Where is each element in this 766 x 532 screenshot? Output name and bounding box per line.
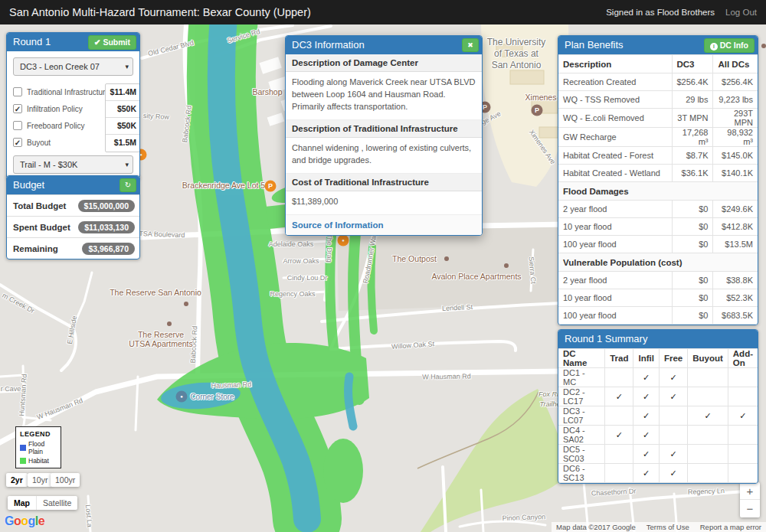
benefit-row: 2 year flood$0$38.8K bbox=[558, 272, 758, 289]
cost-value: $50K bbox=[106, 118, 139, 135]
round-panel-header: Round 1 ✔ Submit bbox=[7, 33, 139, 51]
map-legend: LEGEND Flood Plain Habitat bbox=[15, 426, 61, 468]
chevron-down-icon: ▾ bbox=[125, 58, 129, 75]
budget-row-remaining: Remaining $3,966,870 bbox=[7, 237, 139, 259]
spent-budget-badge: $11,033,130 bbox=[78, 221, 135, 233]
column-header: Buyout bbox=[688, 349, 728, 368]
google-logo: Google bbox=[5, 514, 44, 528]
column-header: Free bbox=[659, 349, 687, 368]
summary-row: DC2 - LC17✓✓✓ bbox=[558, 387, 758, 406]
signed-in-label: Signed in as Flood Brothers bbox=[606, 8, 715, 17]
buyout-checkbox[interactable] bbox=[13, 138, 22, 147]
benefit-row: 100 year flood$0$13.5M bbox=[558, 236, 758, 253]
section-heading: Cost of Traditional Infrastructure bbox=[286, 174, 482, 191]
chevron-down-icon: ▾ bbox=[125, 156, 129, 173]
benefit-row: 10 year flood$0$412.8K bbox=[558, 218, 758, 236]
source-of-information-link[interactable]: Source of Information bbox=[286, 215, 482, 235]
top-navbar: San Antonio Multi-Hazard Tournament: Bex… bbox=[0, 0, 766, 24]
basemap-control: Map Satellite bbox=[8, 496, 77, 510]
round-summary-panel: Round 1 Summary DC Name Trad Infil Free … bbox=[558, 329, 758, 484]
dc-info-button[interactable]: i DC Info bbox=[704, 38, 755, 53]
budget-row-spent: Spent Budget $11,033,130 bbox=[7, 216, 139, 237]
logout-link[interactable]: Log Out bbox=[725, 8, 757, 17]
zoom-in-button[interactable]: + bbox=[740, 482, 760, 500]
benefit-row: Recreation Created$256.4K$256.4K bbox=[558, 73, 758, 91]
app-window: Old Cedar BlvdService RdBabcock RdBabcoc… bbox=[0, 0, 766, 532]
cost-value: $1.5M bbox=[106, 135, 139, 152]
budget-panel-header: Budget ↻ bbox=[7, 176, 139, 194]
round-summary-header: Round 1 Summary bbox=[558, 330, 758, 348]
summary-row: DC3 - LC07✓✓✓ bbox=[558, 406, 758, 426]
app-title: San Antonio Multi-Hazard Tournament: Bex… bbox=[9, 6, 311, 18]
map-type-button[interactable]: Map bbox=[8, 496, 36, 510]
plan-benefits-title: Plan Benefits bbox=[565, 39, 624, 51]
summary-row: DC4 - SA02✓✓ bbox=[558, 426, 758, 445]
refresh-button[interactable]: ↻ bbox=[119, 178, 136, 192]
column-header: Infil bbox=[633, 349, 659, 368]
benefit-row: Habitat Created - Wetland$36.1K$140.1K bbox=[558, 165, 758, 182]
infiltration-checkbox[interactable] bbox=[13, 104, 22, 113]
freeboard-checkbox[interactable] bbox=[13, 121, 22, 130]
summary-row: DC5 - SC03✓✓ bbox=[558, 445, 758, 464]
benefit-row: 10 year flood$0$52.3K bbox=[558, 289, 758, 307]
close-icon: ✖ bbox=[467, 41, 473, 49]
check-icon: ✔ bbox=[94, 38, 101, 47]
budget-panel: Budget ↻ Total Budget $15,000,000 Spent … bbox=[6, 175, 140, 259]
column-header: DC Name bbox=[558, 349, 605, 368]
summary-row: DC6 - SC13✓✓ bbox=[558, 464, 758, 483]
section-heading: Description of Traditional Infrastructur… bbox=[286, 120, 482, 138]
damage-center-select[interactable]: DC3 - Leon Creek 07 ▾ bbox=[13, 57, 133, 76]
dc3-modal-title: DC3 Information bbox=[292, 39, 365, 51]
map-zoom-control: + − bbox=[740, 482, 760, 517]
benefit-row: Habitat Created - Forest$8.7K$145.0K bbox=[558, 147, 758, 165]
section-body: Channel widening , lowering of existing … bbox=[286, 138, 482, 174]
legend-title: LEGEND bbox=[20, 430, 57, 438]
summary-row: DC1 - MC✓✓ bbox=[558, 368, 758, 387]
close-button[interactable]: ✖ bbox=[462, 38, 479, 52]
round-summary-title: Round 1 Summary bbox=[565, 333, 647, 344]
satellite-type-button[interactable]: Satellite bbox=[36, 496, 77, 510]
cost-value: $50K bbox=[106, 101, 139, 118]
year-button-10yr[interactable]: 10yr bbox=[28, 473, 52, 487]
column-header: DC3 bbox=[672, 55, 713, 73]
section-body: $11,389,000 bbox=[286, 191, 482, 215]
section-body: Flooding along Maverick Creek near UTSA … bbox=[286, 72, 482, 120]
zoom-out-button[interactable]: − bbox=[740, 500, 760, 517]
dc3-info-modal: DC3 Information ✖ Description of Damage … bbox=[285, 35, 483, 236]
cost-value: $11.4M bbox=[106, 84, 139, 101]
info-icon: i bbox=[710, 43, 718, 51]
budget-panel-title: Budget bbox=[13, 179, 44, 191]
column-header: Add-On bbox=[728, 349, 758, 368]
section-heading: Description of Damage Center bbox=[286, 54, 482, 72]
plan-benefits-header: Plan Benefits i DC Info bbox=[558, 36, 758, 54]
round-summary-table: DC Name Trad Infil Free Buyout Add-On DC… bbox=[558, 348, 758, 483]
round-panel-title: Round 1 bbox=[13, 36, 51, 47]
benefit-row: 2 year flood$0$249.6K bbox=[558, 201, 758, 218]
column-header: Trad bbox=[605, 349, 633, 368]
traditional-checkbox[interactable] bbox=[13, 87, 22, 96]
report-map-error-link[interactable]: Report a map error bbox=[700, 523, 761, 531]
legend-item-habitat: Habitat bbox=[20, 457, 57, 465]
addon-select[interactable]: Trail - M - $30K ▾ bbox=[13, 155, 133, 174]
round-panel: Round 1 ✔ Submit DC3 - Leon Creek 07 ▾ T… bbox=[6, 32, 140, 179]
benefit-row: WQ - TSS Removed29 lbs9,223 lbs bbox=[558, 91, 758, 109]
benefit-row: 100 year flood$0$683.5K bbox=[558, 307, 758, 325]
benefit-section-row: Flood Damages bbox=[558, 182, 758, 201]
option-cost-box: $11.4M $50K $50K $1.5M bbox=[105, 83, 140, 152]
year-button-2yr[interactable]: 2yr bbox=[6, 473, 28, 487]
terms-of-use-link[interactable]: Terms of Use bbox=[647, 523, 689, 531]
benefit-row: GW Recharge17,268 m³98,932 m³ bbox=[558, 128, 758, 147]
map-copyright: Map data ©2017 Google bbox=[556, 523, 636, 531]
habitat-swatch bbox=[20, 458, 26, 464]
budget-row-total: Total Budget $15,000,000 bbox=[7, 194, 139, 216]
refresh-icon: ↻ bbox=[125, 181, 131, 189]
plan-benefits-table: Description DC3 All DCs Recreation Creat… bbox=[558, 54, 758, 325]
year-button-100yr[interactable]: 100yr bbox=[51, 473, 80, 487]
plan-benefits-panel: Plan Benefits i DC Info Description DC3 … bbox=[558, 35, 758, 325]
legend-item-floodplain: Flood Plain bbox=[20, 440, 57, 455]
remaining-budget-badge: $3,966,870 bbox=[82, 243, 135, 255]
map-attribution: Map data ©2017 Google Terms of Use Repor… bbox=[552, 522, 766, 532]
submit-button[interactable]: ✔ Submit bbox=[88, 35, 136, 50]
total-budget-badge: $15,000,000 bbox=[78, 200, 135, 212]
benefit-row: WQ - E.coli Removed3T MPN293T MPN bbox=[558, 109, 758, 128]
